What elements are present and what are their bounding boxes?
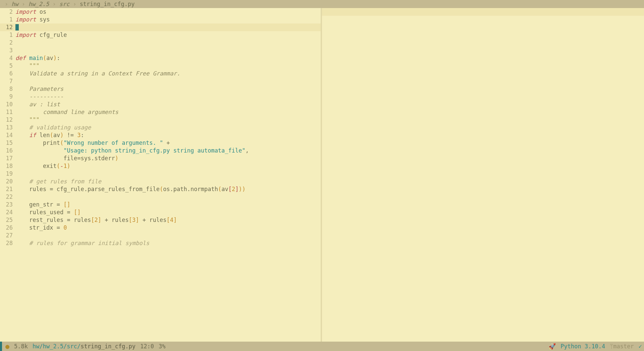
bracket: [ (74, 209, 77, 216)
line-number: 12 (0, 116, 15, 124)
line-number: 24 (0, 209, 15, 216)
paren: ( (60, 139, 63, 147)
docstring-quote: """ (29, 62, 40, 70)
code-text: len (36, 131, 50, 139)
code-text: str_idx = (15, 224, 63, 232)
chevron-right-icon: › (18, 1, 29, 7)
code-line[interactable]: 6 Validate a string in a Context Free Gr… (0, 70, 321, 77)
chevron-right-icon: › (49, 1, 59, 7)
code-line[interactable]: 15 print("Wrong number of arguments. " + (0, 139, 321, 147)
code-line[interactable]: 13 # validating usage (0, 124, 321, 131)
paren: ) (115, 155, 118, 162)
code-line[interactable]: 1import cfg_rule (0, 31, 321, 39)
code-line[interactable]: 21 rules = cfg_rule.parse_rules_from_fil… (0, 185, 321, 193)
number: 3 (132, 216, 136, 224)
comment: # rules for grammar initial symbols (29, 239, 149, 247)
bracket: ] (173, 216, 177, 224)
indent (15, 131, 29, 139)
paren: ) (238, 185, 242, 193)
chevron-right-icon: › (69, 1, 79, 7)
code-line-current[interactable]: 12 (0, 23, 321, 31)
code-text: rules_used = (15, 209, 74, 216)
string: "Usage: python string_in_cfg.py string a… (63, 147, 245, 155)
code-line[interactable]: 24 rules_used = [] (0, 209, 321, 216)
code-line[interactable]: 19 (0, 170, 321, 178)
breadcrumb-segment[interactable]: hw_2.5 (29, 1, 49, 7)
code-line[interactable]: 2 (0, 39, 321, 47)
indent (15, 116, 29, 124)
line-number: 3 (0, 47, 15, 54)
code-text: sys (36, 16, 50, 23)
number: 2 (232, 185, 235, 193)
line-number: 14 (0, 131, 15, 139)
status-path-dir: hw/hw_2.5/src/ (33, 343, 80, 350)
number: 2 (94, 216, 98, 224)
rocket-icon[interactable]: 🚀 (549, 343, 556, 350)
line-number: 1 (0, 16, 15, 23)
line-number: 26 (0, 224, 15, 232)
indent (15, 178, 29, 185)
code-area[interactable]: 2import os 1import sys 12 1import cfg_ru… (0, 8, 321, 247)
code-line[interactable]: 2import os (0, 8, 321, 16)
function-name: main (29, 54, 43, 62)
code-text: os (36, 8, 46, 16)
code-line[interactable]: 11 command line arguments (0, 108, 321, 116)
code-line[interactable]: 25 rest_rules = rules[2] + rules[3] + ru… (0, 216, 321, 224)
code-text: rest_rules = rules (15, 216, 91, 224)
code-line[interactable]: 5 """ (0, 62, 321, 70)
editor-pane-right[interactable] (322, 8, 644, 342)
code-area-empty[interactable] (322, 8, 644, 16)
line-number: 15 (0, 139, 15, 147)
git-branch[interactable]: ᛘmaster (610, 343, 634, 350)
status-bar[interactable]: ● 5.8k hw/hw_2.5/src/string_in_cfg.py 12… (0, 342, 644, 351)
code-line[interactable]: 23 gen_str = [] (0, 201, 321, 209)
code-line[interactable]: 20 # get rules from file (0, 178, 321, 185)
code-line[interactable]: 27 (0, 232, 321, 239)
paren: ( (160, 185, 163, 193)
breadcrumb-segment[interactable]: src (59, 1, 70, 7)
breadcrumb-segment[interactable]: hw (11, 1, 18, 7)
line-number: 2 (0, 8, 15, 16)
code-text: print (15, 139, 60, 147)
code-line[interactable]: 18 exit(-1) (0, 162, 321, 170)
code-line[interactable]: 9 ---------- (0, 93, 321, 101)
line-number: 1 (0, 31, 15, 39)
breadcrumb-file[interactable]: string_in_cfg.py (80, 1, 135, 7)
code-text: rules = cfg_rule.parse_rules_from_file (15, 185, 160, 193)
paren: ) (60, 131, 63, 139)
status-path-file: string_in_cfg.py (80, 343, 136, 350)
bracket: [ (129, 216, 132, 224)
code-line[interactable]: 1import sys (0, 16, 321, 23)
code-text: av (53, 131, 60, 139)
code-line[interactable]: 12 """ (0, 116, 321, 124)
line-number: 18 (0, 162, 15, 170)
language-indicator[interactable]: Python 3.10.4 (560, 343, 605, 350)
line-number: 9 (0, 93, 15, 101)
paren: ( (218, 185, 221, 193)
code-line[interactable]: 3 (0, 47, 321, 54)
code-line[interactable]: 4def main(av): (0, 54, 321, 62)
bracket: ] (98, 216, 101, 224)
code-line[interactable]: 22 (0, 193, 321, 201)
code-line[interactable]: 17 file=sys.stderr) (0, 155, 321, 162)
code-line[interactable]: 28 # rules for grammar initial symbols (0, 239, 321, 247)
bracket: [ (166, 216, 170, 224)
indent (15, 147, 63, 155)
paren: ( (57, 162, 60, 170)
docstring: command line arguments (43, 108, 118, 116)
chevron-right-icon: › (1, 1, 11, 7)
paren: ( (43, 54, 46, 62)
code-line-current[interactable] (322, 8, 644, 16)
code-line[interactable]: 14 if len(av) != 3: (0, 131, 321, 139)
code-line[interactable]: 26 str_idx = 0 (0, 224, 321, 232)
keyword: import (15, 8, 36, 16)
breadcrumb[interactable]: › hw › hw_2.5 › src › string_in_cfg.py (0, 0, 644, 8)
code-line[interactable]: 7 (0, 77, 321, 85)
editor-pane-left[interactable]: 2import os 1import sys 12 1import cfg_ru… (0, 8, 322, 342)
status-path[interactable]: hw/hw_2.5/src/string_in_cfg.py (33, 343, 136, 350)
code-line[interactable]: 10 av : list (0, 101, 321, 108)
indent (15, 108, 43, 116)
code-line[interactable]: 16 "Usage: python string_in_cfg.py strin… (0, 147, 321, 155)
operator: - (60, 162, 63, 170)
code-line[interactable]: 8 Parameters (0, 85, 321, 93)
